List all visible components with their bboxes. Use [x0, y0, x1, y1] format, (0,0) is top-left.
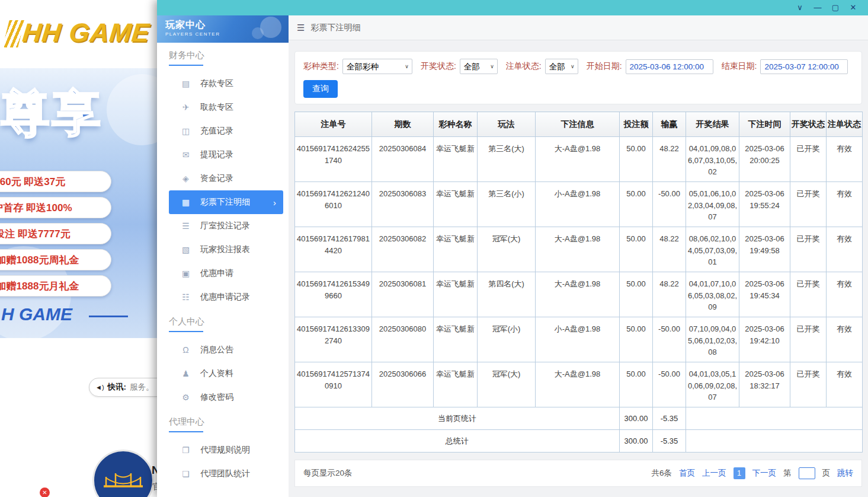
menu-toggle-icon[interactable]: ☰ — [297, 23, 305, 33]
sidebar-item-fund-records[interactable]: ◈ 资金记录 — [157, 167, 289, 190]
cell-draw-result: 05,01,06,10,02,03,04,09,08,07 — [686, 182, 739, 227]
lottery-type-select-wrap: 全部彩种 — [342, 59, 412, 74]
sidebar-item-deposit-zone[interactable]: ▤ 存款专区 — [157, 72, 289, 95]
sidebar-item-agent-rules[interactable]: ❐ 代理规则说明 — [157, 438, 289, 462]
sidebar-item-recharge-records[interactable]: ◫ 充值记录 — [157, 119, 289, 143]
sidebar-item-cashout-records[interactable]: ✉ 提现记录 — [157, 143, 289, 167]
cell-order-number: 401569174125713740910 — [295, 362, 372, 407]
sidebar-item-promo-apply[interactable]: ▣ 优惠申请 — [157, 262, 289, 285]
cell-order-number: 401569174126133092740 — [295, 317, 372, 362]
cell-lottery-name: 幸运飞艇新 — [434, 227, 478, 272]
player-center-window: ∨ — ▢ ✕ 玩家中心 PLAYERS CENTER 财务中心 ▤ 存款专区 — [157, 0, 868, 497]
sidebar-item-label: 充值记录 — [200, 126, 233, 136]
main-area: ☰ 彩票下注明细 彩种类型: 全部彩种 — [289, 15, 868, 497]
promo-pill[interactable]: 投注 即送7777元 — [0, 223, 111, 244]
cell-order-status: 有效 — [827, 227, 863, 272]
end-date-input[interactable] — [760, 59, 848, 74]
user-icon: ♟ — [181, 369, 191, 378]
cell-bet-amount: 50.00 — [620, 182, 653, 227]
total-summary-winloss: -5.35 — [653, 430, 686, 453]
cell-draw-result: 04,01,09,08,06,07,03,10,05,02 — [686, 137, 739, 182]
chevron-right-icon: › — [273, 197, 283, 208]
filter-panel: 彩种类型: 全部彩种 开奖状态: — [294, 51, 862, 104]
window-restore-button[interactable]: ∨ — [791, 0, 809, 15]
cell-winloss: -50.00 — [653, 362, 686, 407]
window-maximize-button[interactable]: ▢ — [827, 0, 844, 15]
sidebar-item-label: 优惠申请 — [200, 268, 233, 279]
table-row: 401569174126153499660 20250306081 幸运飞艇新 … — [295, 272, 863, 317]
jump-page-input[interactable] — [799, 467, 815, 479]
cell-bet-time: 2025-03-06 20:00:25 — [739, 137, 790, 182]
page-topbar: ☰ 彩票下注明细 — [289, 15, 868, 40]
cell-winloss: -50.00 — [653, 317, 686, 362]
col-order-status: 注单状态 — [827, 112, 863, 137]
cell-bet-info: 小-A盘@1.98 — [536, 182, 620, 227]
draw-status-label: 开奖状态: — [421, 61, 456, 72]
cell-play: 第四名(大) — [478, 272, 536, 317]
sidebar-item-announcements[interactable]: Ω 消息公告 — [157, 338, 289, 362]
cell-play: 冠军(大) — [478, 362, 536, 407]
sidebar-item-label: 彩票下注明细 — [200, 197, 250, 208]
sidebar-item-player-bet-report[interactable]: ▧ 玩家投注报表 — [157, 238, 289, 262]
bet-details-table-card: 注单号 期数 彩种名称 玩法 下注信息 投注额 输赢 开奖结果 下注时间 开 — [294, 111, 862, 453]
table-row: 401569174126212406010 20250306083 幸运飞艇新 … — [295, 182, 863, 227]
current-page-indicator[interactable]: 1 — [734, 467, 745, 479]
promo-pill[interactable]: 60元 即送37元 — [0, 171, 111, 192]
cell-winloss: -50.00 — [653, 182, 686, 227]
sidebar-item-change-password[interactable]: ⚙ 修改密码 — [157, 386, 289, 409]
draw-status-select[interactable]: 全部 — [460, 59, 498, 74]
cell-draw-result: 04,01,03,05,10,06,09,02,08,07 — [686, 362, 739, 407]
cell-draw-status: 已开奖 — [790, 137, 827, 182]
sidebar-item-label: 消息公告 — [200, 345, 233, 355]
order-status-select[interactable]: 全部 — [545, 59, 578, 74]
sidebar-item-profile[interactable]: ♟ 个人资料 — [157, 362, 289, 386]
table-row: 401569174126133092740 20250306080 幸运飞艇新 … — [295, 317, 863, 362]
cell-draw-status: 已开奖 — [790, 362, 827, 407]
table-row: 401569174126179814420 20250306082 幸运飞艇新 … — [295, 227, 863, 272]
sidebar-item-promo-apply-records[interactable]: ☷ 优惠申请记录 — [157, 285, 289, 309]
search-button[interactable]: 查询 — [303, 80, 338, 98]
cell-bet-time: 2025-03-06 19:42:10 — [739, 317, 790, 362]
section-agent-title: 代理中心 — [169, 416, 279, 432]
promo-pill[interactable]: 天加赠1088元周礼金 — [0, 249, 111, 270]
promo-pill[interactable]: 天加赠1888元月礼金 — [0, 275, 111, 297]
sidebar-item-label: 玩家投注报表 — [200, 244, 250, 255]
cell-draw-status: 已开奖 — [790, 272, 827, 317]
cell-order-number: 401569174126153499660 — [295, 272, 372, 317]
jump-button[interactable]: 跳转 — [837, 468, 853, 479]
cell-draw-result: 07,10,09,04,05,06,01,02,03,08 — [686, 317, 739, 362]
cell-play: 冠军(小) — [478, 317, 536, 362]
sidebar-item-hall-bet-records[interactable]: ☰ 厅室投注记录 — [157, 214, 289, 238]
col-period: 期数 — [372, 112, 434, 137]
window-minimize-button[interactable]: — — [809, 0, 827, 15]
total-summary-label: 总统计 — [295, 430, 620, 453]
withdraw-icon: ✈ — [181, 103, 191, 112]
sidebar: 玩家中心 PLAYERS CENTER 财务中心 ▤ 存款专区 ✈ 取款专区 ◫ — [157, 15, 289, 497]
site-logo: HH GAME — [21, 18, 151, 47]
prev-page-link[interactable]: 上一页 — [702, 468, 726, 479]
sidebar-item-agent-team-stats[interactable]: ❏ 代理团队统计 — [157, 462, 289, 486]
cell-lottery-name: 幸运飞艇新 — [434, 317, 478, 362]
recharge-icon: ◫ — [181, 126, 191, 136]
sidebar-item-withdraw-zone[interactable]: ✈ 取款专区 — [157, 95, 289, 119]
cell-bet-info: 大-A盘@1.98 — [536, 362, 620, 407]
close-badge-icon[interactable]: ✕ — [40, 488, 50, 497]
start-date-input[interactable] — [626, 59, 713, 74]
report-icon: ▧ — [181, 245, 191, 254]
team-icon: ❏ — [181, 469, 191, 479]
cell-lottery-name: 幸运飞艇新 — [434, 137, 478, 182]
sidebar-item-label: 优惠申请记录 — [200, 292, 250, 302]
ticker-label: 快讯: — [108, 382, 127, 393]
speaker-icon: ◄) — [95, 384, 104, 391]
lottery-type-select[interactable]: 全部彩种 — [342, 59, 412, 74]
window-close-button[interactable]: ✕ — [844, 0, 862, 15]
first-page-link[interactable]: 首页 — [679, 468, 695, 479]
next-page-link[interactable]: 下一页 — [752, 468, 777, 479]
pager: 共6条 首页 上一页 1 下一页 第 页 跳转 — [651, 467, 853, 479]
promo-pill[interactable]: 户首存 即送100% — [0, 197, 111, 218]
page-title: 彩票下注明细 — [310, 23, 360, 33]
page-summary-row: 当前页统计 300.00 -5.35 — [295, 407, 863, 430]
bell-icon: Ω — [181, 345, 191, 355]
sidebar-item-lottery-bet-details[interactable]: ▦ 彩票下注明细 › — [169, 190, 283, 214]
site-sub-logo: H GAME — [1, 304, 72, 324]
